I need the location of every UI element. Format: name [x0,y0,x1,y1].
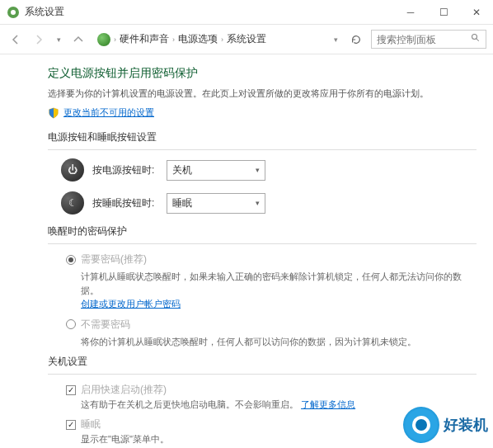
watermark-logo-icon [403,407,439,443]
svg-point-2 [472,35,477,40]
checkbox: ✓ [66,385,76,395]
titlebar: 系统设置 ─ ☐ ✕ [0,0,493,25]
radio-input [66,319,76,329]
section-title-power: 电源按钮和睡眠按钮设置 [48,130,477,144]
breadcrumb-item[interactable]: 硬件和声音 [120,32,169,46]
history-dropdown[interactable]: ▾ [53,35,64,44]
svg-line-3 [477,39,479,41]
page-heading: 定义电源按钮并启用密码保护 [48,66,477,81]
up-button[interactable] [69,31,87,49]
chevron-down-icon: ▾ [256,166,260,174]
breadcrumb[interactable]: › 硬件和声音 › 电源选项 › 系统设置 [92,31,325,48]
refresh-button[interactable] [346,30,366,50]
create-password-link[interactable]: 创建或更改用户帐户密码 [81,299,181,309]
radio-label: 不需要密码 [81,318,130,332]
sleep-button-label: 按睡眠按钮时: [92,196,158,210]
select-value: 睡眠 [172,196,192,210]
radio-desc: 计算机从睡眠状态唤醒时，如果未输入正确的密码来解除计算机锁定，任何人都无法访问你… [81,270,477,311]
navbar: ▾ › 硬件和声音 › 电源选项 › 系统设置 ▾ [0,25,493,54]
divider [48,374,477,375]
svg-point-1 [11,10,16,15]
change-unavailable-link-row: 更改当前不可用的设置 [48,106,477,119]
check-fastboot: ✓ 启用快速启动(推荐) [66,383,477,397]
content: 定义电源按钮并启用密码保护 选择要为你的计算机设置的电源设置。在此页上对设置所做… [0,54,493,448]
forward-button[interactable] [30,31,48,49]
change-unavailable-link[interactable]: 更改当前不可用的设置 [63,106,154,119]
checkbox-label: 启用快速启动(推荐) [81,383,167,397]
radio-no-password: 不需要密码 [66,318,477,332]
checkbox-label: 睡眠 [81,417,101,431]
search-box[interactable] [371,30,486,49]
power-button-row: ⏻ 按电源按钮时: 关机 ▾ [61,158,477,182]
radio-label: 需要密码(推荐) [81,252,147,266]
window-controls: ─ ☐ ✕ [394,0,493,25]
radio-input [66,255,76,265]
sleep-button-select[interactable]: 睡眠 ▾ [167,193,265,214]
globe-icon [97,33,110,46]
shield-icon [48,107,59,119]
chevron-down-icon: ▾ [256,199,260,207]
close-button[interactable]: ✕ [460,0,493,25]
power-button-select[interactable]: 关机 ▾ [167,160,265,181]
watermark-text: 好装机 [444,415,488,435]
section-title-wake: 唤醒时的密码保护 [48,224,477,238]
watermark: 好装机 [403,407,488,443]
wake-radio-group: 需要密码(推荐) 计算机从睡眠状态唤醒时，如果未输入正确的密码来解除计算机锁定，… [66,252,477,348]
divider [48,243,477,244]
checkbox: ✓ [66,420,76,430]
maximize-button[interactable]: ☐ [427,0,460,25]
radio-desc: 将你的计算机从睡眠状态唤醒时，任何人都可以访问你的数据，因为计算机未锁定。 [81,335,477,349]
search-input[interactable] [377,34,467,45]
minimize-button[interactable]: ─ [394,0,427,25]
sleep-icon: ☾ [61,191,84,215]
search-icon [471,33,481,45]
app-icon [7,6,20,19]
page-subtext: 选择要为你的计算机设置的电源设置。在此页上对设置所做的更改将应用于你所有的电源计… [48,87,477,100]
power-icon: ⏻ [61,158,84,182]
radio-require-password: 需要密码(推荐) [66,252,477,266]
breadcrumb-dropdown[interactable]: ▾ [330,35,341,44]
section-title-shutdown: 关机设置 [48,355,477,369]
sleep-button-row: ☾ 按睡眠按钮时: 睡眠 ▾ [61,191,477,215]
power-button-label: 按电源按钮时: [92,163,158,177]
select-value: 关机 [172,163,192,177]
breadcrumb-item[interactable]: 电源选项 [178,32,218,46]
divider [48,149,477,150]
learn-more-link[interactable]: 了解更多信息 [301,399,355,409]
window-title: 系统设置 [25,5,394,19]
back-button[interactable] [7,31,25,49]
breadcrumb-item[interactable]: 系统设置 [227,32,266,46]
